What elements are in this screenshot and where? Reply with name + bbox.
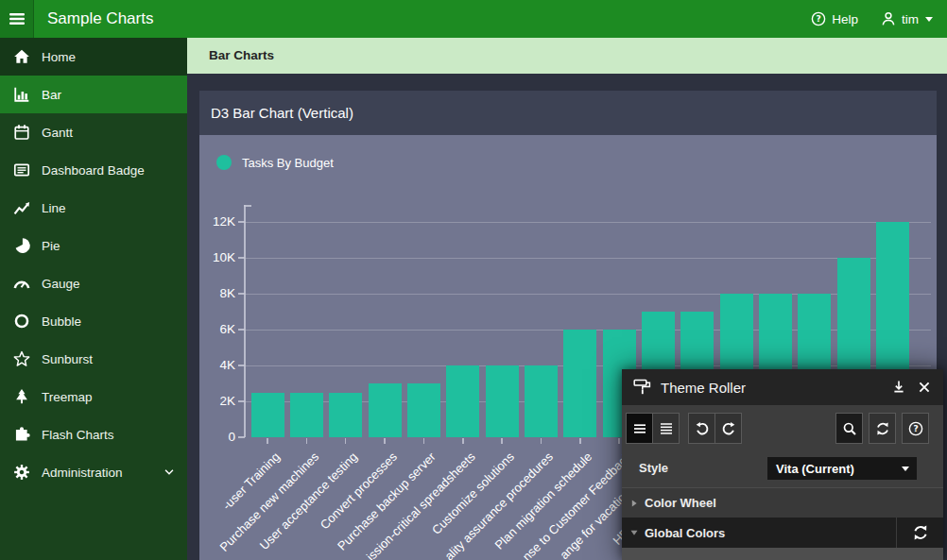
help-link[interactable]: ? Help <box>811 11 858 26</box>
tree-icon <box>13 388 30 405</box>
sidebar-item-label: Gantt <box>42 126 73 140</box>
user-menu[interactable]: tim <box>881 11 934 26</box>
sidebar-item-label: Gauge <box>42 277 80 291</box>
svg-text:?: ? <box>817 14 821 24</box>
x-axis-tick <box>618 438 620 444</box>
view-button-group <box>626 413 680 444</box>
topbar: Sample Charts ? Help tim <box>0 0 947 38</box>
x-axis-tick <box>306 438 308 444</box>
puzzle-icon <box>13 426 30 443</box>
caret-down-icon <box>902 467 909 471</box>
y-axis-label: 4K <box>199 357 235 374</box>
sidebar-item-label: Flash Charts <box>42 428 114 442</box>
bar[interactable] <box>407 383 440 437</box>
sidebar-item-flash-charts[interactable]: Flash Charts <box>0 416 187 453</box>
sidebar-item-label: Bar <box>42 88 61 102</box>
download-icon[interactable] <box>891 380 906 395</box>
close-icon[interactable] <box>917 380 932 395</box>
legend-item[interactable]: Tasks By Budget <box>216 155 334 170</box>
sidebar-item-label: Treemap <box>42 390 93 404</box>
help-icon: ? <box>811 11 826 26</box>
theme-roller-panel: Theme Roller <box>622 369 943 560</box>
legend-marker <box>216 155 232 170</box>
x-axis-tick <box>267 438 268 444</box>
user-icon <box>881 11 896 26</box>
sidebar-item-home[interactable]: Home <box>0 38 187 76</box>
sidebar-item-bubble[interactable]: Bubble <box>0 302 187 340</box>
redo-button[interactable] <box>715 413 742 444</box>
style-select[interactable]: Vita (Current) <box>767 457 917 480</box>
theme-help-button[interactable]: ? <box>902 413 929 444</box>
theme-roller-header[interactable]: Theme Roller <box>622 369 943 405</box>
menu-toggle-button[interactable] <box>0 0 34 38</box>
sidebar-item-label: Line <box>42 201 66 215</box>
sidebar-item-gauge[interactable]: Gauge <box>0 264 187 302</box>
compact-view-button[interactable] <box>626 413 653 444</box>
section-color-wheel[interactable]: Color Wheel <box>622 487 943 518</box>
x-axis-tick <box>579 438 581 444</box>
sidebar-item-administration[interactable]: Administration <box>0 453 187 491</box>
bar[interactable] <box>329 393 362 438</box>
sidebar-item-label: Administration <box>42 466 123 480</box>
gridline <box>245 222 932 223</box>
sidebar-item-dashboard-badge[interactable]: Dashboard Badge <box>0 151 187 189</box>
chevron-down-icon <box>163 466 176 479</box>
style-row: Style Vita (Current) <box>622 451 943 485</box>
calendar-icon <box>13 124 30 141</box>
x-axis-tick <box>384 438 386 444</box>
reset-theme-button[interactable] <box>869 413 896 444</box>
section-label: Global Colors <box>645 526 725 540</box>
line-chart-icon <box>13 199 30 216</box>
chart-card-title: D3 Bar Chart (Vertical) <box>211 91 353 135</box>
breadcrumb-bar: Bar Charts <box>187 38 947 74</box>
bar[interactable] <box>251 393 284 438</box>
chart-card-header: D3 Bar Chart (Vertical) <box>199 91 937 135</box>
help-icon: ? <box>908 421 923 436</box>
bar[interactable] <box>446 365 479 437</box>
pie-chart-icon <box>13 237 30 254</box>
y-axis-label: 6K <box>199 321 235 338</box>
bar[interactable] <box>290 393 323 438</box>
y-axis-label: 12K <box>199 213 235 230</box>
help-label: Help <box>832 12 858 26</box>
section-global-colors[interactable]: Global Colors <box>622 518 943 548</box>
star-icon <box>13 350 30 367</box>
y-axis-line <box>244 205 246 437</box>
topbar-actions: ? Help tim <box>811 0 934 38</box>
x-axis-tick <box>501 438 503 444</box>
style-label: Style <box>639 451 668 485</box>
app-root: Sample Charts ? Help tim HomeBarGanttDas… <box>0 0 947 560</box>
sidebar-item-label: Dashboard Badge <box>42 163 145 178</box>
bar[interactable] <box>563 330 596 437</box>
sidebar-item-treemap[interactable]: Treemap <box>0 378 187 416</box>
legend-label: Tasks By Budget <box>242 156 334 170</box>
theme-roller-header-icons <box>891 380 932 395</box>
sidebar-item-sunburst[interactable]: Sunburst <box>0 340 187 378</box>
user-name: tim <box>902 12 919 26</box>
undo-button[interactable] <box>688 413 715 444</box>
sidebar-item-gantt[interactable]: Gantt <box>0 113 187 151</box>
search-button[interactable] <box>835 413 863 444</box>
y-axis-cap <box>244 205 251 207</box>
y-axis-label: 2K <box>199 393 235 410</box>
bar[interactable] <box>369 383 402 437</box>
sidebar-item-pie[interactable]: Pie <box>0 227 187 264</box>
comfortable-view-button[interactable] <box>652 413 680 444</box>
style-select-value: Vita (Current) <box>776 462 854 476</box>
sidebar-item-label: Pie <box>42 239 60 253</box>
x-axis-tick <box>541 438 542 444</box>
refresh-icon <box>875 421 890 436</box>
sidebar-item-bar[interactable]: Bar <box>0 76 187 113</box>
theme-roller-toolbar: ? <box>622 405 943 451</box>
x-axis-tick <box>345 438 347 444</box>
bar[interactable] <box>486 365 519 437</box>
refresh-colors-button[interactable] <box>896 518 943 548</box>
compact-list-icon <box>632 421 647 436</box>
bar[interactable] <box>525 365 558 437</box>
y-axis-label: 0 <box>199 429 235 446</box>
sidebar-item-line[interactable]: Line <box>0 189 187 227</box>
tools-button-group: ? <box>835 413 929 444</box>
page-title: Bar Charts <box>209 38 274 74</box>
section-label: Color Wheel <box>645 496 716 510</box>
caret-down-icon <box>924 14 934 24</box>
